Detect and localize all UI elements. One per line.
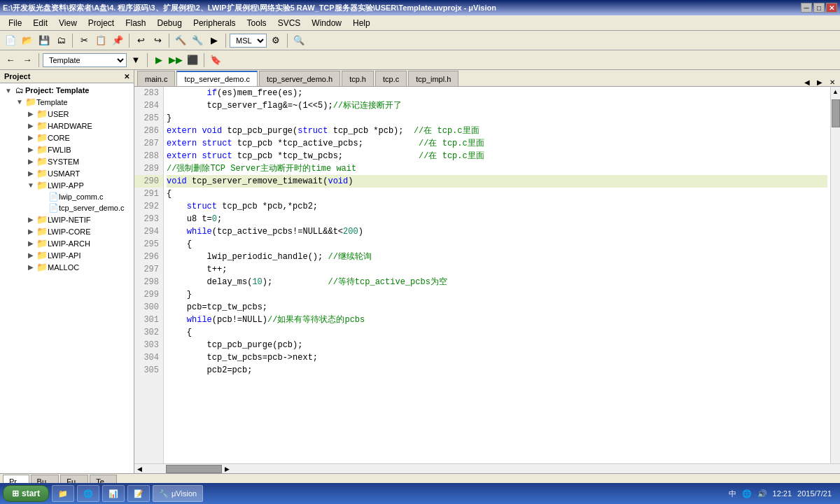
tree-item-hardware[interactable]: ▶ 📁 HARDWARE <box>0 120 134 132</box>
tree-item-lwip-app[interactable]: ▼ 📁 LWIP-APP <box>0 179 134 191</box>
folder-icon: 📁 <box>36 262 48 272</box>
taskbar-editor-button[interactable]: 📝 <box>127 485 150 502</box>
menu-item-peripherals[interactable]: Peripherals <box>188 17 241 29</box>
tab-right-button[interactable]: ▶ <box>815 78 825 86</box>
tab-main-c[interactable]: main.c <box>137 71 175 86</box>
tab-tcp-h[interactable]: tcp.h <box>342 71 374 86</box>
menu-item-tools[interactable]: Tools <box>241 17 272 29</box>
maximize-button[interactable]: □ <box>813 3 825 13</box>
expand-icon: ▶ <box>25 169 36 177</box>
expand-icon: ▼ <box>25 181 36 189</box>
scroll-thumb[interactable] <box>832 99 840 127</box>
forward-button[interactable]: → <box>20 52 35 68</box>
scroll-left-button[interactable]: ◀ <box>134 465 145 472</box>
code-line-296: lwip_periodic_handle(); //继续轮询 <box>167 251 827 263</box>
tree-item-malloc[interactable]: ▶ 📁 MALLOC <box>0 261 134 273</box>
taskbar-ppt-button[interactable]: 📊 <box>102 485 125 502</box>
target-options-button[interactable]: ⚙ <box>268 33 284 48</box>
tree-item-user[interactable]: ▶ 📁 USER <box>0 108 134 120</box>
code-line-300: pcb=tcp_tw_pcbs; <box>167 301 827 314</box>
folder-label: LWIP-API <box>48 251 80 260</box>
vertical-scrollbar[interactable]: ▲ <box>830 87 840 463</box>
template-select[interactable]: Template <box>43 53 127 67</box>
tab-tcp-impl-h[interactable]: tcp_impl.h <box>408 71 458 86</box>
minimize-button[interactable]: ─ <box>801 3 812 13</box>
folder-label: HARDWARE <box>48 122 92 130</box>
tree-item-usmart[interactable]: ▶ 📁 USMART <box>0 167 134 179</box>
horizontal-scrollbar[interactable]: ◀ ▶ <box>134 463 840 473</box>
folder-icon: 📁 <box>36 238 48 248</box>
expand-icon: ▶ <box>25 110 36 118</box>
code-line-303: tcp_pcb_purge(pcb); <box>167 339 827 351</box>
expand-icon: ▼ <box>14 98 25 106</box>
undo-button[interactable]: ↩ <box>133 33 148 48</box>
start-button[interactable]: ⊞ start <box>3 485 49 502</box>
taskbar-uvision-button[interactable]: 🔧 μVision <box>153 485 203 502</box>
expand-icon: ▶ <box>25 263 36 271</box>
menu-item-view[interactable]: View <box>53 17 83 29</box>
toolbar2: ← → Template ▼ ▶ ▶▶ ⬛ 🔖 <box>0 50 840 70</box>
run-button[interactable]: ▶ <box>151 52 167 68</box>
network-icon: 🌐 <box>742 489 752 498</box>
tab-close-button[interactable]: ✕ <box>827 78 837 86</box>
tree-item-lwip-core[interactable]: ▶ 📁 LWIP-CORE <box>0 225 134 237</box>
menu-item-edit[interactable]: Edit <box>27 17 53 29</box>
run2-button[interactable]: ▶▶ <box>168 52 183 68</box>
rebuild-button[interactable]: 🔧 <box>190 33 205 48</box>
scroll-up-button[interactable]: ▲ <box>832 87 839 97</box>
copy-button[interactable]: 📋 <box>93 33 108 48</box>
menu-item-file[interactable]: File <box>3 17 27 29</box>
template-options-button[interactable]: ▼ <box>128 52 144 68</box>
menu-item-window[interactable]: Window <box>306 17 347 29</box>
paste-button[interactable]: 📌 <box>110 33 125 48</box>
project-label: Project: Template <box>25 86 90 94</box>
hscroll-thumb[interactable] <box>166 465 222 473</box>
folder-label: FWLIB <box>48 146 71 154</box>
tab-left-button[interactable]: ◀ <box>802 78 812 86</box>
back-button[interactable]: ← <box>3 52 18 68</box>
taskbar-explorer-button[interactable]: 📁 <box>52 485 74 502</box>
debug-button[interactable]: ▶ <box>206 33 222 48</box>
cut-button[interactable]: ✂ <box>76 33 92 48</box>
menu-item-svcs[interactable]: SVCS <box>272 17 307 29</box>
sidebar-close-icon[interactable]: ✕ <box>124 73 130 80</box>
stop-button[interactable]: ⬛ <box>185 52 200 68</box>
menu-item-help[interactable]: Help <box>347 17 376 29</box>
tree-item-lwip-comm[interactable]: 📄 lwip_comm.c <box>0 191 134 202</box>
code-line-292: struct tcp_pcb *pcb,*pcb2; <box>167 200 827 213</box>
bookmark-button[interactable]: 🔖 <box>208 52 223 68</box>
menu-item-project[interactable]: Project <box>83 17 120 29</box>
scroll-right-button[interactable]: ▶ <box>222 465 232 472</box>
tab-tcp-server-demo-h[interactable]: tcp_server_demo.h <box>259 71 340 86</box>
tab-tcp-c[interactable]: tcp.c <box>375 71 407 86</box>
tree-item-lwip-arch[interactable]: ▶ 📁 LWIP-ARCH <box>0 237 134 249</box>
uvision-label: μVision <box>172 489 197 498</box>
sep1 <box>72 34 73 48</box>
close-button[interactable]: ✕ <box>826 3 837 13</box>
search-button[interactable]: 🔍 <box>291 33 307 48</box>
tree-item-tcp-server-demo[interactable]: 📄 tcp_server_demo.c <box>0 202 134 214</box>
build-button[interactable]: 🔨 <box>173 33 188 48</box>
tree-item-system[interactable]: ▶ 📁 SYSTEM <box>0 155 134 167</box>
tab-tcp-server-demo-c[interactable]: tcp_server_demo.c <box>176 71 258 86</box>
redo-button[interactable]: ↪ <box>150 33 165 48</box>
code-content[interactable]: if(es)mem_free(es); tcp_server_flag&=~(1… <box>164 87 830 463</box>
save-all-button[interactable]: 🗂 <box>53 33 69 48</box>
tree-item-lwip-api[interactable]: ▶ 📁 LWIP-API <box>0 249 134 261</box>
code-line-287: extern struct tcp_pcb *tcp_active_pcbs; … <box>167 137 827 150</box>
taskbar-browser-button[interactable]: 🌐 <box>77 485 99 502</box>
tree-item-project[interactable]: ▼ 🗂 Project: Template <box>0 85 134 96</box>
tree-item-core[interactable]: ▶ 📁 CORE <box>0 132 134 144</box>
tree-item-template[interactable]: ▼ 📁 Template <box>0 96 134 108</box>
folder-icon: 📁 <box>36 120 48 131</box>
folder-icon: 📁 <box>36 144 48 155</box>
tree-item-lwip-netif[interactable]: ▶ 📁 LWIP-NETIF <box>0 214 134 225</box>
new-file-button[interactable]: 📄 <box>3 33 18 48</box>
menu-item-flash[interactable]: Flash <box>120 17 151 29</box>
folder-label: SYSTEM <box>48 158 79 166</box>
open-file-button[interactable]: 📂 <box>20 33 35 48</box>
tree-item-fwlib[interactable]: ▶ 📁 FWLIB <box>0 144 134 155</box>
save-button[interactable]: 💾 <box>36 33 52 48</box>
target-select[interactable]: MSL <box>230 34 267 48</box>
menu-item-debug[interactable]: Debug <box>152 17 188 29</box>
